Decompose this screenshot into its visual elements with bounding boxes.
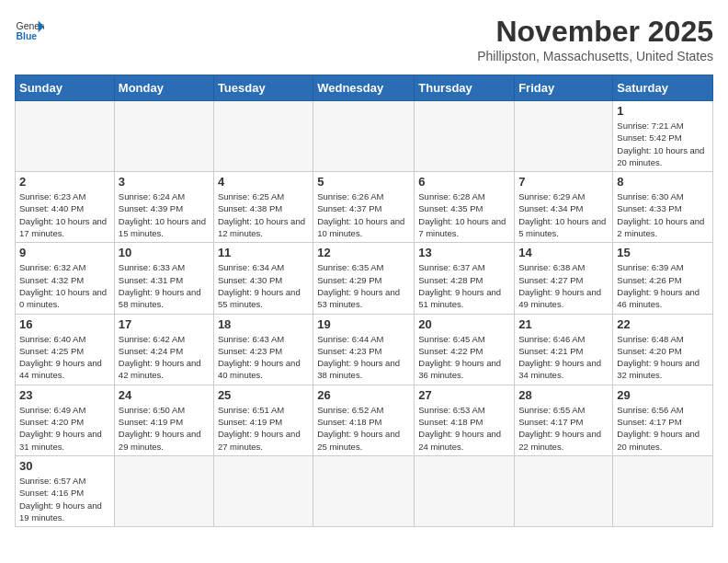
day-empty bbox=[415, 455, 515, 526]
day-empty bbox=[613, 455, 713, 526]
day-empty bbox=[16, 101, 115, 172]
day-14: 14 Sunrise: 6:38 AMSunset: 4:27 PMDaylig… bbox=[515, 243, 613, 314]
header-tuesday: Tuesday bbox=[213, 75, 313, 101]
logo-icon: General Blue bbox=[15, 15, 44, 44]
title-block: November 2025 Phillipston, Massachusetts… bbox=[477, 15, 713, 63]
week-5-row: 23 Sunrise: 6:49 AMSunset: 4:20 PMDaylig… bbox=[16, 385, 713, 455]
day-26: 26 Sunrise: 6:52 AMSunset: 4:18 PMDaylig… bbox=[313, 385, 415, 455]
week-2-row: 2 Sunrise: 6:23 AMSunset: 4:40 PMDayligh… bbox=[16, 172, 713, 243]
day-empty bbox=[313, 101, 415, 172]
header-saturday: Saturday bbox=[613, 75, 713, 101]
day-10: 10 Sunrise: 6:33 AMSunset: 4:31 PMDaylig… bbox=[114, 243, 213, 314]
day-9: 9 Sunrise: 6:32 AMSunset: 4:32 PMDayligh… bbox=[16, 243, 115, 314]
header-friday: Friday bbox=[515, 75, 613, 101]
day-17: 17 Sunrise: 6:42 AMSunset: 4:24 PMDaylig… bbox=[114, 314, 213, 385]
day-empty bbox=[515, 455, 613, 526]
header-monday: Monday bbox=[114, 75, 213, 101]
calendar-table: Sunday Monday Tuesday Wednesday Thursday… bbox=[15, 75, 713, 527]
day-25: 25 Sunrise: 6:51 AMSunset: 4:19 PMDaylig… bbox=[213, 385, 313, 455]
day-7: 7 Sunrise: 6:29 AMSunset: 4:34 PMDayligh… bbox=[515, 172, 613, 243]
weekday-header-row: Sunday Monday Tuesday Wednesday Thursday… bbox=[16, 75, 713, 101]
day-empty bbox=[213, 101, 313, 172]
header-wednesday: Wednesday bbox=[313, 75, 415, 101]
header-thursday: Thursday bbox=[415, 75, 515, 101]
week-3-row: 9 Sunrise: 6:32 AMSunset: 4:32 PMDayligh… bbox=[16, 243, 713, 314]
day-20: 20 Sunrise: 6:45 AMSunset: 4:22 PMDaylig… bbox=[415, 314, 515, 385]
day-29: 29 Sunrise: 6:56 AMSunset: 4:17 PMDaylig… bbox=[613, 385, 713, 455]
day-13: 13 Sunrise: 6:37 AMSunset: 4:28 PMDaylig… bbox=[415, 243, 515, 314]
day-4: 4 Sunrise: 6:25 AMSunset: 4:38 PMDayligh… bbox=[213, 172, 313, 243]
day-empty bbox=[515, 101, 613, 172]
day-empty bbox=[114, 101, 213, 172]
day-16: 16 Sunrise: 6:40 AMSunset: 4:25 PMDaylig… bbox=[16, 314, 115, 385]
day-27: 27 Sunrise: 6:53 AMSunset: 4:18 PMDaylig… bbox=[415, 385, 515, 455]
day-6: 6 Sunrise: 6:28 AMSunset: 4:35 PMDayligh… bbox=[415, 172, 515, 243]
day-empty bbox=[213, 455, 313, 526]
logo: General Blue bbox=[15, 15, 44, 44]
day-11: 11 Sunrise: 6:34 AMSunset: 4:30 PMDaylig… bbox=[213, 243, 313, 314]
day-23: 23 Sunrise: 6:49 AMSunset: 4:20 PMDaylig… bbox=[16, 385, 115, 455]
day-19: 19 Sunrise: 6:44 AMSunset: 4:23 PMDaylig… bbox=[313, 314, 415, 385]
day-30: 30 Sunrise: 6:57 AMSunset: 4:16 PMDaylig… bbox=[16, 455, 115, 526]
day-3: 3 Sunrise: 6:24 AMSunset: 4:39 PMDayligh… bbox=[114, 172, 213, 243]
day-12: 12 Sunrise: 6:35 AMSunset: 4:29 PMDaylig… bbox=[313, 243, 415, 314]
svg-text:Blue: Blue bbox=[17, 31, 38, 41]
day-5: 5 Sunrise: 6:26 AMSunset: 4:37 PMDayligh… bbox=[313, 172, 415, 243]
week-4-row: 16 Sunrise: 6:40 AMSunset: 4:25 PMDaylig… bbox=[16, 314, 713, 385]
week-1-row: 1 Sunrise: 7:21 AM Sunset: 5:42 PM Dayli… bbox=[16, 101, 713, 172]
header-sunday: Sunday bbox=[16, 75, 115, 101]
day-empty bbox=[313, 455, 415, 526]
day-empty bbox=[114, 455, 213, 526]
day-1: 1 Sunrise: 7:21 AM Sunset: 5:42 PM Dayli… bbox=[613, 101, 713, 172]
day-15: 15 Sunrise: 6:39 AMSunset: 4:26 PMDaylig… bbox=[613, 243, 713, 314]
month-title: November 2025 bbox=[477, 15, 713, 49]
day-18: 18 Sunrise: 6:43 AMSunset: 4:23 PMDaylig… bbox=[213, 314, 313, 385]
day-24: 24 Sunrise: 6:50 AMSunset: 4:19 PMDaylig… bbox=[114, 385, 213, 455]
location: Phillipston, Massachusetts, United State… bbox=[477, 49, 713, 63]
day-2: 2 Sunrise: 6:23 AMSunset: 4:40 PMDayligh… bbox=[16, 172, 115, 243]
day-8: 8 Sunrise: 6:30 AMSunset: 4:33 PMDayligh… bbox=[613, 172, 713, 243]
day-28: 28 Sunrise: 6:55 AMSunset: 4:17 PMDaylig… bbox=[515, 385, 613, 455]
day-22: 22 Sunrise: 6:48 AMSunset: 4:20 PMDaylig… bbox=[613, 314, 713, 385]
day-21: 21 Sunrise: 6:46 AMSunset: 4:21 PMDaylig… bbox=[515, 314, 613, 385]
week-6-row: 30 Sunrise: 6:57 AMSunset: 4:16 PMDaylig… bbox=[16, 455, 713, 526]
day-empty bbox=[415, 101, 515, 172]
page-header: General Blue November 2025 Phillipston, … bbox=[15, 15, 713, 63]
